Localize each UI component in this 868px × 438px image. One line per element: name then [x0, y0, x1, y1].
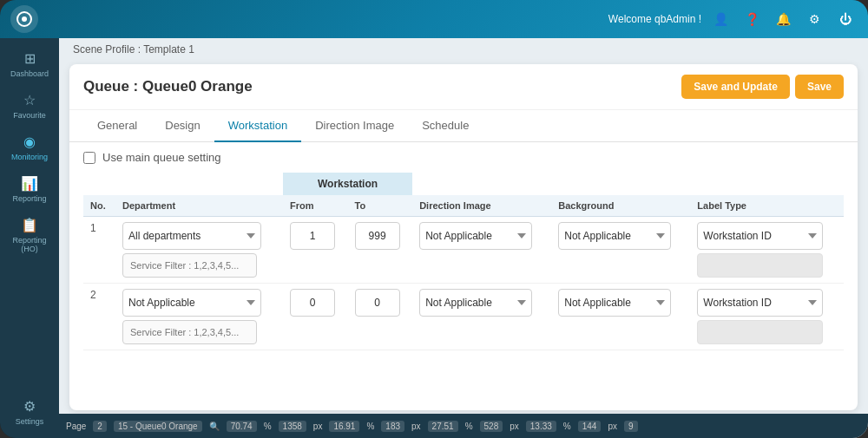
workstation-table: Workstation No. Department From To Direc… — [83, 173, 844, 350]
row-2-to-input[interactable] — [355, 289, 400, 317]
row-1-label-cell: Workstation ID — [690, 217, 844, 284]
main-queue-setting-row: Use main queue setting — [69, 142, 858, 173]
col-label-type: Label Type — [690, 195, 844, 217]
tab-workstation[interactable]: Workstation — [214, 110, 301, 142]
sidebar-label-favourite: Favourite — [13, 111, 46, 120]
bottom-h2-unit: % — [465, 422, 473, 431]
top-nav-right: Welcome qbAdmin ! 👤 ❓ 🔔 ⚙ ⏻ — [608, 7, 858, 31]
row-1-background-cell: Not Applicable — [551, 217, 690, 284]
row-2-department-cell: Not Applicable — [115, 284, 283, 350]
tab-bar: General Design Workstation Direction Ima… — [69, 110, 858, 142]
content-area: Scene Profile : Template 1 Queue : Queue… — [59, 38, 868, 438]
monitoring-icon: ◉ — [23, 134, 36, 150]
row-1-to-cell — [348, 217, 413, 284]
sidebar-label-settings: Settings — [16, 417, 44, 426]
row-2-num: 2 — [83, 284, 115, 350]
bottom-bar: Page 2 15 - Queue0 Orange 🔍 70.74 % 1358… — [59, 414, 868, 438]
row-1-label-type-display — [697, 253, 823, 278]
row-2-from-cell — [283, 284, 348, 350]
main-queue-setting-label: Use main queue setting — [102, 151, 221, 164]
main-layout: ⊞ Dashboard ☆ Favourite ◉ Monitoring 📊 R… — [0, 38, 868, 438]
dashboard-icon: ⊞ — [24, 50, 36, 67]
sidebar-label-reporting: Reporting — [12, 194, 46, 203]
col-department: Department — [115, 195, 283, 217]
row-2-service-filter[interactable] — [122, 320, 257, 344]
main-queue-setting-checkbox[interactable] — [83, 152, 95, 164]
notification-icon[interactable]: 🔔 — [771, 7, 795, 31]
panel-title: Queue : Queue0 Orange — [83, 78, 681, 95]
app-logo — [10, 5, 38, 33]
row-2-direction-cell: Not Applicable — [412, 284, 551, 350]
bottom-w2: 16.91 — [329, 421, 359, 432]
main-panel: Queue : Queue0 Orange Save and Update Sa… — [69, 64, 858, 410]
sidebar: ⊞ Dashboard ☆ Favourite ◉ Monitoring 📊 R… — [0, 38, 59, 438]
row-1-direction-select[interactable]: Not Applicable — [419, 222, 532, 250]
sidebar-label-dashboard: Dashboard — [10, 69, 49, 78]
bottom-h1: 183 — [381, 421, 404, 432]
save-button[interactable]: Save — [795, 75, 844, 99]
bottom-h5: 144 — [578, 421, 602, 432]
sidebar-item-settings[interactable]: ⚙ Settings — [5, 393, 54, 431]
user-icon[interactable]: 👤 — [708, 7, 733, 31]
sidebar-label-reporting-ho: Reporting (HO) — [9, 236, 50, 253]
row-1-from-cell — [283, 217, 348, 284]
col-no: No. — [83, 195, 115, 217]
bottom-h3: 528 — [480, 421, 503, 432]
sidebar-item-reporting-ho[interactable]: 📋 Reporting (HO) — [5, 212, 54, 258]
row-2-background-cell: Not Applicable — [551, 284, 690, 350]
breadcrumb: Scene Profile : Template 1 — [59, 38, 868, 61]
bottom-h5-unit: px — [608, 422, 617, 431]
bottom-page-label: Page — [66, 422, 86, 431]
bottom-h4: 13.33 — [526, 421, 556, 432]
row-2-direction-select[interactable]: Not Applicable — [419, 289, 532, 317]
row-1-service-filter[interactable] — [122, 253, 257, 278]
row-1-to-input[interactable] — [355, 222, 400, 250]
bottom-w1-unit: px — [313, 422, 323, 431]
row-1-from-input[interactable] — [290, 222, 335, 250]
settings-icon[interactable]: ⚙ — [802, 7, 826, 31]
bottom-h3-unit: px — [510, 422, 519, 431]
save-update-button[interactable]: Save and Update — [681, 75, 790, 99]
row-1-direction-cell: Not Applicable — [412, 217, 551, 284]
bottom-w1: 1358 — [279, 421, 306, 432]
row-1-department-cell: All departments — [115, 217, 283, 284]
table-row: 2 Not Applicable — [83, 284, 844, 350]
tab-direction-image[interactable]: Direction Image — [301, 110, 408, 142]
row-1-background-select[interactable]: Not Applicable — [558, 222, 671, 250]
welcome-text: Welcome qbAdmin ! — [608, 13, 701, 25]
svg-point-1 — [22, 16, 27, 22]
reporting-icon: 📊 — [21, 175, 38, 192]
tab-general[interactable]: General — [83, 110, 151, 142]
tab-design[interactable]: Design — [151, 110, 214, 142]
favourite-icon: ☆ — [23, 92, 36, 108]
row-2-background-select[interactable]: Not Applicable — [558, 289, 671, 317]
bottom-w2-unit: % — [366, 422, 374, 431]
bottom-queue-name: 15 - Queue0 Orange — [114, 421, 202, 432]
bottom-h4-unit: % — [563, 422, 571, 431]
sidebar-item-reporting[interactable]: 📊 Reporting — [5, 170, 54, 208]
col-to: To — [348, 195, 413, 217]
row-2-to-cell — [348, 284, 413, 350]
bottom-h2: 27.51 — [428, 421, 458, 432]
bottom-zoom-unit: % — [264, 422, 272, 431]
row-2-department-select[interactable]: Not Applicable — [122, 289, 261, 317]
row-2-from-input[interactable] — [290, 289, 335, 317]
help-icon[interactable]: ❓ — [740, 7, 764, 31]
sidebar-item-dashboard[interactable]: ⊞ Dashboard — [5, 45, 54, 83]
logout-icon[interactable]: ⏻ — [833, 7, 858, 31]
reporting-ho-icon: 📋 — [21, 217, 38, 233]
row-1-department-select[interactable]: All departments — [122, 222, 261, 250]
row-1-label-select[interactable]: Workstation ID — [697, 222, 823, 250]
sidebar-item-favourite[interactable]: ☆ Favourite — [5, 87, 54, 125]
col-from: From — [283, 195, 348, 217]
row-1-num: 1 — [83, 217, 115, 284]
sidebar-item-monitoring[interactable]: ◉ Monitoring — [5, 128, 54, 167]
row-2-label-select[interactable]: Workstation ID — [697, 289, 823, 317]
tab-schedule[interactable]: Schedule — [408, 110, 483, 142]
table-row: 1 All departments — [83, 217, 844, 284]
bottom-page-value: 2 — [93, 421, 107, 432]
panel-header: Queue : Queue0 Orange Save and Update Sa… — [69, 64, 858, 110]
top-nav: Welcome qbAdmin ! 👤 ❓ 🔔 ⚙ ⏻ — [0, 0, 868, 38]
row-2-label-cell: Workstation ID — [690, 284, 844, 350]
device-frame: Welcome qbAdmin ! 👤 ❓ 🔔 ⚙ ⏻ ⊞ Dashboard … — [0, 0, 868, 438]
